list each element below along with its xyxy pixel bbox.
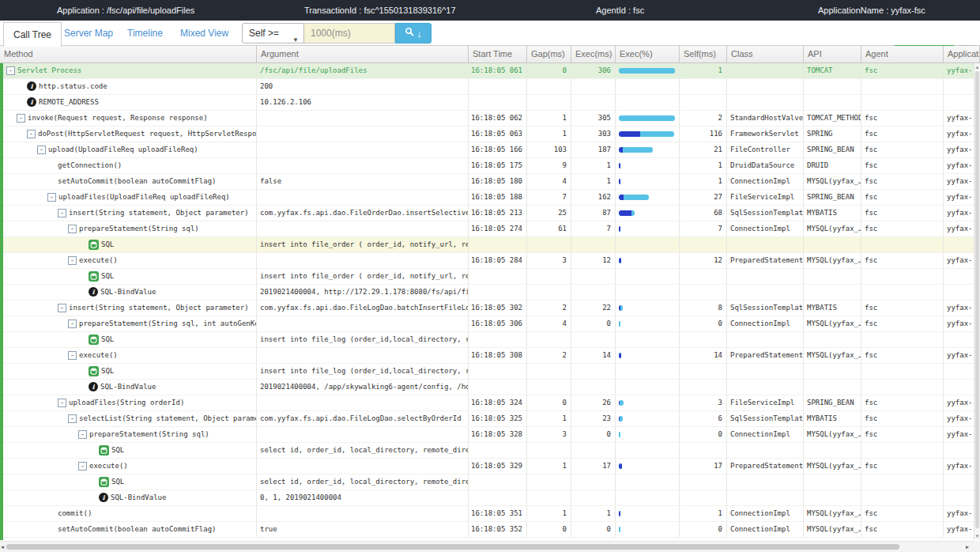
cell-agent: fsc [861, 142, 944, 157]
scroll-left-arrow[interactable]: ◂ [1, 543, 4, 551]
self-time-bar [619, 353, 621, 358]
cell-argument [257, 506, 469, 521]
table-row[interactable]: -execute()16:18:05 28431212PreparedState… [0, 253, 974, 269]
indent-spacer [47, 531, 58, 531]
cell-agent: fsc [861, 348, 944, 363]
cell-argument: /fsc/api/file/uploadFiles [257, 63, 469, 78]
cell-exec-percent [616, 63, 680, 78]
vertical-scrollbar-thumb[interactable] [975, 71, 979, 528]
cell-class: ConnectionImpl [727, 506, 804, 521]
collapse-toggle[interactable]: - [78, 430, 87, 439]
method-label: prepareStatement(String sql) [79, 225, 199, 233]
cell-start-time: 16:18:05 308 [469, 348, 527, 363]
tab-mixed-view[interactable]: Mixed View [180, 21, 228, 46]
horizontal-scrollbar[interactable]: ◂ ▸ [0, 541, 974, 552]
table-row[interactable]: -prepareStatement(String sql)16:18:05 32… [0, 427, 974, 443]
table-row[interactable]: -prepareStatement(String sql, int autoGe… [0, 316, 974, 332]
cell-api [804, 443, 861, 458]
table-row[interactable]: iSQL-BindValue2019021400004, /app/skywal… [0, 380, 974, 395]
collapse-toggle[interactable]: - [37, 146, 46, 154]
cell-method: -doPost(HttpServletRequest request, Http… [0, 127, 257, 142]
table-row[interactable]: -invoke(Request request, Response respon… [0, 111, 974, 127]
table-row[interactable]: SQLselect id, order_id, local_directory,… [0, 474, 974, 490]
col-header-exec: Exec(ms) [571, 46, 616, 62]
sql-icon [99, 445, 109, 456]
cell-api: DRUID [804, 158, 861, 173]
collapse-toggle[interactable]: - [68, 351, 77, 360]
table-row[interactable]: -prepareStatement(String sql)16:18:05 27… [0, 221, 974, 237]
table-row[interactable]: setAutoCommit(boolean autoCommitFlag)tru… [0, 522, 974, 538]
cell-self: 1 [680, 158, 727, 173]
tab-call-tree[interactable]: Call Tree [3, 22, 62, 47]
scroll-down-arrow[interactable]: ▼ [974, 533, 980, 539]
table-row[interactable]: SQLinsert into file_log (order_id,local_… [0, 364, 974, 380]
exec-percent-bar [619, 400, 624, 406]
indent-spacer [89, 452, 99, 452]
indent-spacer [17, 104, 27, 104]
cell-gap [527, 95, 571, 110]
tab-server-map[interactable]: Server Map [64, 21, 113, 46]
table-row[interactable]: -Servlet Process/fsc/api/file/uploadFile… [0, 63, 974, 79]
tab-timeline[interactable]: Timeline [127, 21, 163, 46]
table-row[interactable]: -execute()16:18:05 30821414PreparedState… [0, 348, 974, 364]
cell-self: 7 [680, 221, 727, 236]
collapse-toggle[interactable]: - [78, 462, 87, 471]
table-row[interactable]: iSQL-BindValue0, 1, 2019021400004 [0, 490, 974, 506]
table-row[interactable]: -insert(String statement, Object paramet… [0, 301, 974, 316]
cell-api: MYBATIS [804, 206, 861, 221]
table-row[interactable]: commit()16:18:05 351111ConnectionImplMYS… [0, 506, 974, 522]
collapse-toggle[interactable]: - [6, 66, 15, 75]
collapse-toggle[interactable]: - [17, 114, 25, 123]
cell-agent [861, 443, 944, 458]
collapse-toggle[interactable]: - [58, 304, 66, 312]
table-row[interactable]: ihttp.status.code200 [0, 79, 974, 95]
scroll-up-arrow[interactable]: ▲ [974, 64, 980, 70]
table-row[interactable]: setAutoCommit(boolean autoCommitFlag)fal… [0, 174, 974, 190]
info-icon: i [99, 493, 108, 502]
cell-exec: 7 [571, 221, 616, 236]
table-row[interactable]: -selectList(String statement, Object par… [0, 411, 974, 427]
collapse-toggle[interactable]: - [58, 209, 66, 217]
collapse-toggle[interactable]: - [27, 130, 36, 138]
horizontal-scrollbar-thumb[interactable] [6, 544, 899, 550]
table-row[interactable]: -upload(UploadFileReq uploadFileReq)16:1… [0, 142, 974, 158]
table-row[interactable]: -uploadFiles(String orderId)16:18:05 324… [0, 395, 974, 411]
cell-exec: 187 [571, 142, 616, 157]
cell-start-time [469, 285, 527, 300]
collapse-toggle[interactable]: - [68, 319, 77, 328]
table-row[interactable]: SQLselect id, order_id, local_directory,… [0, 443, 974, 459]
table-row[interactable]: SQLinsert into file_order ( order_id, no… [0, 269, 974, 285]
table-row[interactable]: SQLinsert into file_order ( order_id, no… [0, 237, 974, 253]
table-row[interactable]: iSQL-BindValue2019021400004, http://172.… [0, 285, 974, 301]
self-time-bar [619, 258, 621, 263]
method-label: uploadFiles(String orderId) [69, 399, 184, 406]
cell-argument [257, 316, 469, 331]
cell-gap [527, 364, 571, 379]
collapse-toggle[interactable]: - [58, 399, 66, 407]
table-row[interactable]: -execute()16:18:05 32911717PreparedState… [0, 459, 974, 474]
scroll-right-arrow[interactable]: ▸ [966, 543, 969, 551]
table-row[interactable]: iREMOTE_ADDRESS10.126.2.106 [0, 95, 974, 111]
table-row[interactable]: -uploadFiles(UploadFileReq uploadFileReq… [0, 190, 974, 206]
cell-argument: insert into file_log (order_id,local_dir… [257, 364, 469, 379]
table-row[interactable]: -insert(String statement, Object paramet… [0, 206, 974, 221]
collapse-toggle[interactable]: - [68, 414, 77, 423]
vertical-scrollbar[interactable]: ▲ ▼ [974, 63, 980, 540]
table-row[interactable]: getConnection()16:18:05 175911DruidDataS… [0, 158, 974, 174]
collapse-toggle[interactable]: - [68, 256, 77, 265]
filter-operator-select[interactable]: Self >= ▼ [242, 23, 304, 43]
table-row[interactable]: -doPost(HttpServletRequest request, Http… [0, 127, 974, 142]
exec-percent-bar [619, 527, 620, 532]
cell-method: -prepareStatement(String sql) [0, 221, 257, 236]
cell-argument: select id, order_id, local_directory, re… [257, 474, 469, 490]
collapse-toggle[interactable]: - [68, 225, 77, 233]
cell-method: -execute() [0, 459, 257, 474]
search-button[interactable]: ↓ [395, 23, 432, 43]
cell-start-time: 16:18:05 329 [469, 459, 527, 474]
filter-threshold-input[interactable] [304, 23, 395, 43]
cell-method: -uploadFiles(UploadFileReq uploadFileReq… [0, 190, 257, 205]
collapse-toggle[interactable]: - [47, 193, 56, 202]
table-row[interactable]: SQLinsert into file_log (order_id,local_… [0, 332, 974, 348]
cell-exec-percent [616, 332, 680, 347]
cell-class [727, 332, 804, 347]
